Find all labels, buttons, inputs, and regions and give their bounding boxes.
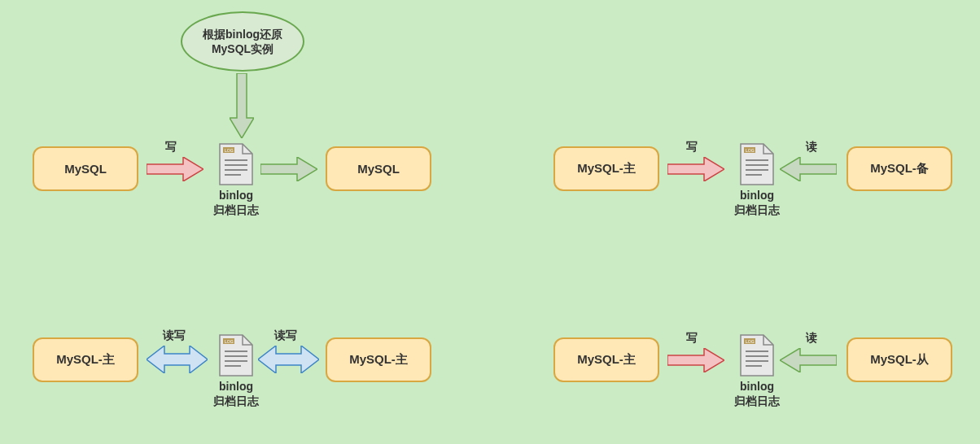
document-icon: LOG: [739, 142, 775, 186]
box-label: MySQL: [357, 162, 400, 176]
binlog-doc-4: LOG binlog 归档日志: [734, 333, 780, 408]
box-label: MySQL: [64, 162, 107, 176]
box-label: MySQL-主: [577, 161, 636, 176]
box-label: MySQL-备: [870, 161, 929, 176]
label-read-1: 读: [806, 140, 817, 155]
doc-label: binlog 归档日志: [734, 188, 780, 217]
box-label: MySQL-主: [349, 352, 408, 368]
ellipse-text: 根据binlog还原 MySQL实例: [203, 27, 282, 56]
box-mysql-primary-tr: MySQL-主: [553, 146, 659, 191]
doc-label: binlog 归档日志: [213, 379, 259, 408]
doc-label: binlog 归档日志: [734, 379, 780, 408]
box-mysql-right: MySQL: [326, 146, 431, 191]
label-write-3: 写: [686, 331, 698, 346]
label-read-2: 读: [806, 331, 817, 346]
ellipse-restore: 根据binlog还原 MySQL实例: [181, 11, 304, 72]
arrow-down-green: [230, 73, 254, 138]
box-mysql-standby: MySQL-备: [847, 146, 952, 191]
box-mysql-slave: MySQL-从: [847, 337, 952, 382]
document-icon: LOG: [218, 142, 254, 186]
binlog-doc-3: LOG binlog 归档日志: [213, 333, 259, 408]
binlog-doc-1: LOG binlog 归档日志: [213, 142, 259, 217]
label-rw-1: 读写: [163, 329, 186, 343]
box-mysql-primary-bl2: MySQL-主: [326, 337, 431, 382]
label-write-2: 写: [686, 140, 698, 155]
box-mysql-primary-br: MySQL-主: [553, 337, 659, 382]
svg-text:LOG: LOG: [225, 339, 234, 344]
label-rw-2: 读写: [274, 329, 297, 343]
box-mysql-primary-bl1: MySQL-主: [33, 337, 138, 382]
binlog-doc-2: LOG binlog 归档日志: [734, 142, 780, 217]
arrow-left-green-2: [780, 348, 837, 372]
arrow-right-pink-3: [667, 348, 724, 372]
box-label: MySQL-从: [870, 352, 929, 368]
arrow-right-pink-2: [667, 157, 724, 181]
document-icon: LOG: [739, 333, 775, 377]
arrow-right-green-1: [260, 157, 317, 181]
svg-text:LOG: LOG: [225, 148, 234, 153]
box-mysql-left: MySQL: [33, 146, 138, 191]
arrow-double-blue-1: [147, 346, 208, 373]
box-label: MySQL-主: [577, 352, 636, 368]
doc-label: binlog 归档日志: [213, 188, 259, 217]
document-icon: LOG: [218, 333, 254, 377]
svg-text:LOG: LOG: [746, 148, 755, 153]
svg-text:LOG: LOG: [746, 339, 755, 344]
arrow-right-pink-1: [147, 157, 203, 181]
arrow-double-blue-2: [258, 346, 319, 373]
box-label: MySQL-主: [56, 352, 115, 368]
arrow-left-green-1: [780, 157, 837, 181]
label-write-1: 写: [165, 140, 177, 155]
